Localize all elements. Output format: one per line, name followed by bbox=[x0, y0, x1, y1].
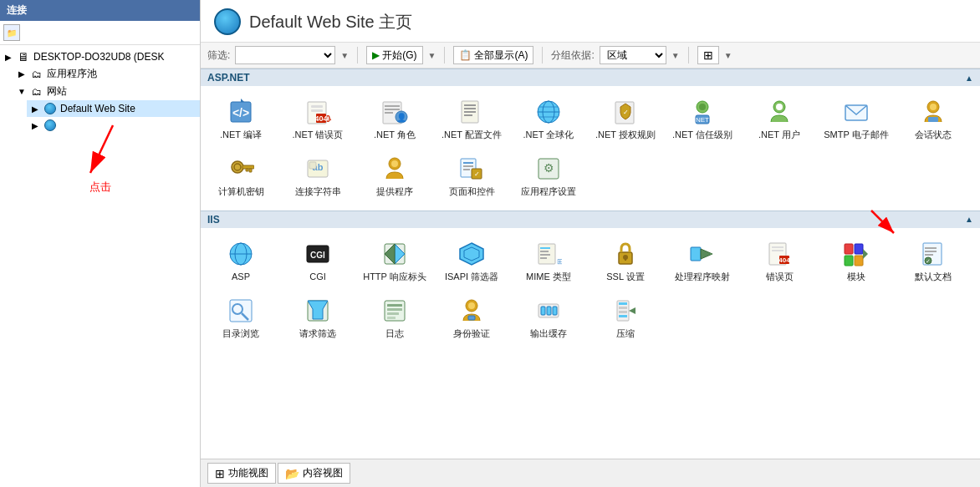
provider-icon bbox=[381, 155, 408, 182]
auth-item[interactable]: 身份验证 bbox=[435, 292, 508, 345]
net-global-item[interactable]: .NET 全球化 bbox=[512, 93, 585, 146]
net-trust-item[interactable]: NET .NET 信任级别 bbox=[666, 93, 739, 146]
modules-icon bbox=[843, 241, 870, 267]
mime-item[interactable]: ⊞ MIME 类型 bbox=[512, 235, 585, 288]
net-role-icon: 👤 bbox=[381, 99, 408, 125]
net-trust-icon: NET bbox=[689, 99, 716, 125]
session-item[interactable]: 会话状态 bbox=[896, 93, 970, 146]
output-cache-item[interactable]: 输出缓存 bbox=[512, 292, 585, 345]
view-toggle-button[interactable]: ⊞ bbox=[697, 46, 719, 64]
sites-label: 网站 bbox=[47, 84, 67, 99]
handler-item[interactable]: 处理程序映射 bbox=[666, 235, 739, 288]
log-item[interactable]: 日志 bbox=[358, 292, 431, 345]
new-connection-button[interactable]: 📁 bbox=[3, 24, 20, 41]
svg-point-38 bbox=[232, 161, 243, 173]
apppool-icon: 🗂 bbox=[30, 68, 43, 81]
svg-rect-74 bbox=[625, 257, 626, 261]
svg-rect-40 bbox=[242, 165, 254, 169]
connstr-item[interactable]: ab 连接字符串 bbox=[281, 150, 355, 203]
sidebar-item-computer[interactable]: ▶ 🖥 DESKTOP-DO32UD8 (DESK bbox=[0, 48, 200, 65]
smtp-item[interactable]: SMTP 电子邮件 bbox=[819, 93, 893, 146]
compress-item[interactable]: 压缩 bbox=[589, 292, 662, 345]
pagecontrol-item[interactable]: ✓ 页面和控件 bbox=[435, 150, 508, 203]
net-auth-item[interactable]: ✓ .NET 授权规则 bbox=[589, 93, 662, 146]
smtp-label: SMTP 电子邮件 bbox=[824, 129, 888, 140]
sidebar-item-apppool[interactable]: ▶ 🗂 应用程序池 bbox=[13, 65, 200, 83]
cgi-item[interactable]: CGI CGI bbox=[281, 235, 355, 288]
default-doc-icon: ✓ bbox=[920, 241, 947, 267]
content-view-tab[interactable]: 📂 内容视图 bbox=[278, 463, 350, 484]
group-dropdown-icon: ▼ bbox=[671, 51, 680, 60]
mime-label: MIME 类型 bbox=[526, 271, 571, 282]
svg-rect-19 bbox=[464, 111, 476, 113]
filter-label: 筛选: bbox=[207, 48, 230, 63]
svg-rect-18 bbox=[464, 108, 476, 109]
svg-rect-80 bbox=[772, 250, 783, 251]
ssl-item[interactable]: SSL 设置 bbox=[589, 235, 662, 288]
sidebar-item-default-site[interactable]: ▶ Default Web Site bbox=[27, 100, 200, 117]
machinekey-icon bbox=[227, 155, 254, 182]
default-site-label: Default Web Site bbox=[60, 103, 135, 114]
separator-2 bbox=[444, 47, 445, 63]
net-auth-label: .NET 授权规则 bbox=[595, 129, 656, 140]
svg-rect-49 bbox=[463, 162, 473, 164]
net-config-icon bbox=[458, 99, 485, 125]
isapi-label: ISAPI 筛选器 bbox=[445, 271, 498, 282]
session-icon bbox=[920, 99, 947, 125]
expand-icon: ▶ bbox=[3, 53, 13, 62]
header-globe-icon bbox=[214, 8, 241, 35]
connstr-icon: ab bbox=[304, 155, 331, 182]
net-user-item[interactable]: .NET 用户 bbox=[743, 93, 816, 146]
net-error-item[interactable]: 404404 .NET 错误页 bbox=[281, 93, 355, 146]
content-view-icon: 📂 bbox=[285, 467, 299, 480]
iis-collapse-icon[interactable]: ▲ bbox=[965, 215, 973, 224]
appsetting-item[interactable]: ⚙ 应用程序设置 bbox=[512, 150, 585, 203]
expand-icon-default: ▶ bbox=[30, 104, 40, 114]
svg-rect-37 bbox=[928, 117, 938, 122]
svg-rect-70 bbox=[540, 257, 547, 259]
dir-browse-item[interactable]: 目录浏览 bbox=[204, 292, 278, 345]
filter-select[interactable] bbox=[235, 46, 335, 64]
net-role-label: .NET 角色 bbox=[374, 129, 416, 140]
aspnet-title: ASP.NET bbox=[207, 72, 249, 84]
net-compile-item[interactable]: </> .NET 编译 bbox=[204, 93, 278, 146]
default-doc-item[interactable]: ✓ 默认文档 bbox=[896, 235, 970, 288]
expand-icon-sites: ▼ bbox=[17, 87, 27, 96]
req-filter-item[interactable]: 请求筛选 bbox=[281, 292, 355, 345]
provider-item[interactable]: 提供程序 bbox=[358, 150, 431, 203]
sidebar-item-sites[interactable]: ▼ 🗂 网站 bbox=[13, 83, 200, 100]
modules-item[interactable]: 模块 bbox=[819, 235, 893, 288]
dir-browse-icon bbox=[227, 297, 254, 324]
req-filter-label: 请求筛选 bbox=[299, 327, 336, 339]
error-page-item[interactable]: 404 错误页 bbox=[743, 235, 816, 288]
feature-view-tab[interactable]: ⊞ 功能视图 bbox=[207, 463, 276, 484]
net-role-item[interactable]: 👤 .NET 角色 bbox=[358, 93, 431, 146]
isapi-item[interactable]: ISAPI 筛选器 bbox=[435, 235, 508, 288]
start-dropdown-icon: ▼ bbox=[428, 51, 436, 60]
net-config-item[interactable]: .NET 配置文件 bbox=[435, 93, 508, 146]
group-select[interactable]: 区域 bbox=[600, 46, 666, 64]
aspnet-collapse-icon[interactable]: ▲ bbox=[965, 74, 973, 83]
cgi-icon: CGI bbox=[304, 241, 331, 267]
separator-1 bbox=[357, 47, 358, 63]
svg-marker-64 bbox=[460, 243, 483, 265]
svg-rect-79 bbox=[772, 246, 783, 248]
svg-rect-114 bbox=[619, 302, 627, 305]
start-button[interactable]: ▶ 开始(G) bbox=[366, 46, 422, 64]
svg-point-107 bbox=[468, 302, 475, 309]
svg-rect-41 bbox=[249, 169, 252, 172]
show-all-button[interactable]: 📋 全部显示(A) bbox=[453, 46, 533, 64]
provider-label: 提供程序 bbox=[376, 185, 413, 197]
sidebar-item-site2[interactable]: ▶ bbox=[27, 117, 200, 134]
svg-rect-12 bbox=[385, 109, 400, 110]
machinekey-label: 计算机密钥 bbox=[218, 185, 264, 197]
http-header-icon bbox=[381, 241, 408, 267]
asp-item[interactable]: ASP bbox=[204, 235, 278, 288]
http-header-item[interactable]: HTTP 响应标头 bbox=[358, 235, 431, 288]
dropdown-icon: ▼ bbox=[340, 51, 349, 60]
main-panel: Default Web Site 主页 筛选: ▼ ▶ 开始(G) ▼ 📋 全部… bbox=[201, 0, 980, 487]
svg-point-33 bbox=[776, 104, 783, 110]
svg-rect-5 bbox=[311, 105, 323, 108]
machinekey-item[interactable]: 计算机密钥 bbox=[204, 150, 278, 203]
toolbar: 筛选: ▼ ▶ 开始(G) ▼ 📋 全部显示(A) 分组依据: 区域 ▼ ⊞ ▼ bbox=[201, 43, 980, 68]
